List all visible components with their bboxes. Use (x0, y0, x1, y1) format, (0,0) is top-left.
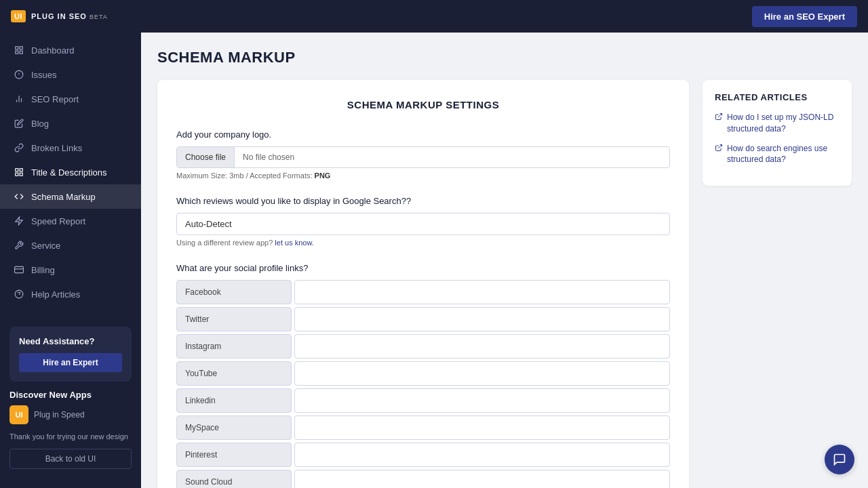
social-row: YouTube (176, 361, 670, 386)
social-label-linkedin: Linkedin (176, 388, 292, 413)
plugin-speed-row: UI Plug in Speed (9, 405, 132, 424)
sidebar-item-blog[interactable]: Blog (0, 111, 141, 136)
sidebar-item-dashboard[interactable]: Dashboard (0, 38, 141, 62)
social-input-youtube[interactable] (294, 361, 670, 386)
social-label-youtube: YouTube (176, 361, 292, 386)
logo-area: UI PLUG IN SEO BETA (11, 10, 108, 22)
svg-rect-3 (16, 51, 18, 54)
sidebar-item-label: Issues (31, 70, 57, 80)
sidebar-item-title-descriptions[interactable]: Title & Descriptions (0, 160, 141, 184)
sidebar-item-label: Blog (31, 119, 49, 129)
page-title: SCHEMA MARKUP (157, 49, 852, 66)
logo-text: PLUG IN SEO BETA (31, 12, 108, 20)
hire-expert-top-button[interactable]: Hire an SEO Expert (752, 6, 857, 27)
settings-title: SCHEMA MARKUP SETTINGS (176, 99, 670, 110)
sidebar-bottom: Need Assistance? Hire an Expert Discover… (0, 319, 141, 478)
settings-panel: SCHEMA MARKUP SETTINGS Add your company … (157, 80, 689, 488)
sidebar-item-label: Help Articles (31, 289, 80, 300)
external-link-icon (715, 113, 723, 124)
svg-marker-14 (16, 217, 23, 225)
sidebar-item-label: Broken Links (31, 143, 82, 153)
social-label-pinterest: Pinterest (176, 443, 292, 467)
svg-line-20 (718, 144, 722, 148)
logo-label: Add your company logo. (176, 129, 670, 140)
sidebar-item-service[interactable]: Service (0, 233, 141, 258)
reviews-label: Which reviews would you like to display … (176, 196, 670, 206)
sidebar-item-seo-report[interactable]: SEO Report (0, 87, 141, 111)
sidebar-item-broken-links[interactable]: Broken Links (0, 136, 141, 160)
logo-icon: UI (11, 10, 26, 22)
reviews-select[interactable]: Auto-Detect (176, 213, 670, 235)
social-fields-container: FacebookTwitterInstagramYouTubeLinkedinM… (176, 280, 670, 488)
related-articles: RELATED ARTICLES How do I set up my JSON… (703, 80, 852, 186)
plugin-speed-name: Plug in Speed (34, 410, 85, 420)
review-hint: Using a different review app? let us kno… (176, 239, 670, 247)
reviews-section: Which reviews would you like to display … (176, 196, 670, 247)
social-input-twitter[interactable] (294, 307, 670, 331)
review-hint-link[interactable]: let us know. (275, 239, 313, 247)
layout: Dashboard Issues SEO Report (0, 33, 868, 488)
grid-icon (14, 45, 24, 56)
social-label-facebook: Facebook (176, 280, 292, 304)
sidebar-item-label: Schema Markup (31, 192, 96, 202)
help-circle-icon (14, 289, 24, 300)
sidebar-item-speed-report[interactable]: Speed Report (0, 209, 141, 233)
file-input-row: Choose file No file chosen (176, 146, 670, 168)
external-link-icon (715, 144, 723, 155)
social-input-pinterest[interactable] (294, 443, 670, 467)
social-input-myspace[interactable] (294, 415, 670, 440)
choose-file-button[interactable]: Choose file (177, 147, 235, 167)
file-name-display: No file chosen (235, 147, 669, 167)
social-label-myspace: MySpace (176, 415, 292, 440)
sidebar-item-help-articles[interactable]: Help Articles (0, 282, 141, 306)
sidebar-item-label: Service (31, 241, 60, 251)
social-row: Sound Cloud (176, 470, 670, 488)
sidebar-item-schema-markup[interactable]: Schema Markup (0, 184, 141, 209)
hire-expert-sidebar-button[interactable]: Hire an Expert (19, 353, 122, 372)
logo-beta: BETA (90, 14, 108, 20)
alert-icon (14, 69, 24, 80)
social-input-linkedin[interactable] (294, 388, 670, 413)
zap-icon (14, 216, 24, 226)
sidebar-item-label: Billing (31, 265, 55, 275)
back-old-ui-button[interactable]: Back to old UI (9, 449, 132, 469)
content-row: SCHEMA MARKUP SETTINGS Add your company … (157, 80, 852, 488)
grid-small-icon (14, 167, 24, 178)
file-format: PNG (315, 171, 331, 180)
social-row: Pinterest (176, 443, 670, 467)
social-input-instagram[interactable] (294, 334, 670, 359)
social-input-facebook[interactable] (294, 280, 670, 304)
social-label-sound-cloud: Sound Cloud (176, 470, 292, 488)
svg-rect-11 (20, 169, 22, 171)
sidebar-nav: Dashboard Issues SEO Report (0, 33, 141, 319)
assistance-title: Need Assistance? (19, 336, 122, 346)
svg-rect-1 (20, 47, 22, 49)
chat-button[interactable] (825, 445, 854, 474)
bar-chart-icon (14, 94, 24, 104)
code-icon (14, 191, 24, 202)
sidebar-item-issues[interactable]: Issues (0, 62, 141, 87)
social-label-instagram: Instagram (176, 334, 292, 359)
svg-rect-13 (16, 173, 18, 176)
main-content: SCHEMA MARKUP SCHEMA MARKUP SETTINGS Add… (141, 33, 868, 488)
social-input-sound-cloud[interactable] (294, 470, 670, 488)
social-row: Facebook (176, 280, 670, 304)
article-link[interactable]: How do search engines use structured dat… (715, 143, 840, 166)
assistance-card: Need Assistance? Hire an Expert (9, 327, 132, 382)
top-nav: UI PLUG IN SEO BETA Hire an SEO Expert (0, 0, 868, 33)
thank-you-text: Thank you for trying our new design (9, 431, 132, 443)
svg-rect-10 (16, 169, 18, 171)
tool-icon (14, 240, 24, 251)
social-row: Instagram (176, 334, 670, 359)
sidebar-item-billing[interactable]: Billing (0, 258, 141, 282)
social-section: What are your social profile links? Face… (176, 263, 670, 488)
social-row: MySpace (176, 415, 670, 440)
sidebar-item-label: Title & Descriptions (31, 167, 107, 178)
svg-rect-12 (20, 173, 22, 176)
social-row: Linkedin (176, 388, 670, 413)
svg-line-19 (718, 114, 722, 118)
sidebar-item-label: Dashboard (31, 45, 75, 56)
article-link[interactable]: How do I set up my JSON-LD structured da… (715, 112, 840, 135)
svg-rect-2 (20, 51, 22, 54)
file-hint: Maximum Size: 3mb / Accepted Formats: PN… (176, 171, 670, 180)
